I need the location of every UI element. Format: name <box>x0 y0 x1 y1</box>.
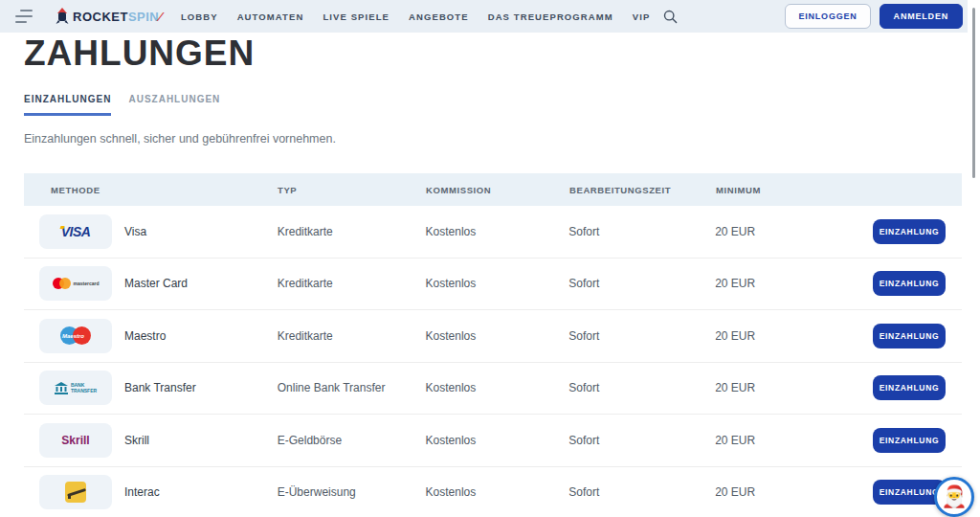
support-chat-button[interactable]: 🎅 <box>934 477 974 517</box>
nav-item-angebote[interactable]: ANGEBOTE <box>409 11 469 22</box>
payment-name: Skrill <box>124 434 149 447</box>
payment-row: Skrill Skrill E-Geldbörse Kostenlos Sofo… <box>24 415 962 467</box>
tab-einzahlungen[interactable]: EINZAHLUNGEN <box>24 94 111 116</box>
payment-minimum: 20 EUR <box>715 329 873 343</box>
auth-buttons: EINLOGGEN ANMELDEN <box>785 4 970 29</box>
payment-processing-time: Sofort <box>568 381 715 394</box>
deposit-button[interactable]: EINZAHLUNG <box>873 324 946 348</box>
brand-logo[interactable]: ROCKETSPIN∕ <box>56 8 162 25</box>
payment-logo-chip: Skrill <box>39 423 112 458</box>
interac-logo <box>65 482 86 503</box>
payment-processing-time: Sofort <box>568 434 715 447</box>
rocket-icon <box>56 8 69 25</box>
payment-minimum: 20 EUR <box>715 277 873 290</box>
nav-item-automaten[interactable]: AUTOMATEN <box>237 11 304 22</box>
login-button[interactable]: EINLOGGEN <box>785 4 870 29</box>
payment-commission: Kostenlos <box>426 434 569 447</box>
payment-logo-chip: BANKTRANSFER <box>39 371 112 405</box>
column-minimum: MINIMUM <box>716 185 874 195</box>
payment-type: E-Geldbörse <box>278 434 426 447</box>
payment-row: Maestro Maestro Kreditkarte Kostenlos So… <box>24 310 962 363</box>
payment-commission: Kostenlos <box>426 277 569 290</box>
payment-logo-chip <box>39 475 112 509</box>
column-methode: METHODE <box>24 185 278 195</box>
payment-processing-time: Sofort <box>568 277 715 290</box>
top-navigation-bar: ROCKETSPIN∕ LOBBY AUTOMATEN LIVE SPIELE … <box>0 0 980 33</box>
payment-commission: Kostenlos <box>426 225 569 238</box>
page-title: ZAHLUNGEN <box>24 35 962 71</box>
scrollbar-track[interactable] <box>968 0 980 517</box>
page-description: Einzahlungen schnell, sicher und gebühre… <box>24 132 962 146</box>
bank-transfer-logo: BANKTRANSFER <box>55 382 97 394</box>
payment-logo-chip: mastercard <box>39 266 112 301</box>
column-bearbeitungszeit: BEARBEITUNGSZEIT <box>569 185 716 195</box>
payment-row: VISA Visa Kreditkarte Kostenlos Sofort 2… <box>24 206 962 258</box>
payment-processing-time: Sofort <box>568 485 715 499</box>
payment-name: Master Card <box>124 277 188 290</box>
payment-row: Interac E-Überweisung Kostenlos Sofort 2… <box>24 467 962 517</box>
payment-type: Kreditkarte <box>278 225 426 238</box>
column-kommission: KOMMISSION <box>426 185 569 195</box>
payment-processing-time: Sofort <box>568 329 715 343</box>
payments-tabs: EINZAHLUNGEN AUSZAHLUNGEN <box>24 94 962 116</box>
payment-type: E-Überweisung <box>278 485 426 499</box>
payment-minimum: 20 EUR <box>715 225 873 238</box>
payment-name: Bank Transfer <box>124 381 196 394</box>
scrollbar-thumb[interactable] <box>972 8 975 178</box>
payment-minimum: 20 EUR <box>715 485 873 499</box>
nav-item-treueprogramm[interactable]: DAS TREUEPROGRAMM <box>488 11 613 22</box>
deposit-button[interactable]: EINZAHLUNG <box>873 271 946 296</box>
register-button[interactable]: ANMELDEN <box>880 4 963 29</box>
payment-row: mastercard Master Card Kreditkarte Koste… <box>24 258 962 311</box>
payment-minimum: 20 EUR <box>715 434 873 447</box>
skrill-logo: Skrill <box>61 434 89 447</box>
payment-logo-chip: VISA <box>39 214 112 249</box>
payments-table: METHODE TYP KOMMISSION BEARBEITUNGSZEIT … <box>24 173 962 517</box>
deposit-button[interactable]: EINZAHLUNG <box>873 428 946 453</box>
hamburger-menu-icon[interactable] <box>15 10 34 23</box>
column-typ: TYP <box>278 185 426 195</box>
deposit-button[interactable]: EINZAHLUNG <box>873 375 946 400</box>
santa-support-chat-icon: 🎅 <box>941 486 967 507</box>
nav-item-vip[interactable]: VIP <box>633 11 651 22</box>
payment-name: Interac <box>124 485 160 499</box>
mastercard-logo: mastercard <box>53 278 100 289</box>
brand-wordmark: ROCKETSPIN∕ <box>73 10 162 24</box>
main-navigation: LOBBY AUTOMATEN LIVE SPIELE ANGEBOTE DAS… <box>181 11 651 22</box>
tab-auszahlungen[interactable]: AUSZAHLUNGEN <box>128 94 220 116</box>
deposit-button[interactable]: EINZAHLUNG <box>873 219 946 244</box>
payment-processing-time: Sofort <box>568 225 715 238</box>
visa-logo: VISA <box>61 224 91 239</box>
payment-commission: Kostenlos <box>426 381 569 394</box>
search-icon[interactable] <box>663 10 678 24</box>
nav-item-lobby[interactable]: LOBBY <box>181 11 218 22</box>
payment-logo-chip: Maestro <box>39 319 112 353</box>
payment-type: Kreditkarte <box>278 329 426 343</box>
payment-row: BANKTRANSFER Bank Transfer Online Bank T… <box>24 363 962 416</box>
payment-type: Online Bank Transfer <box>278 381 426 394</box>
nav-item-live-spiele[interactable]: LIVE SPIELE <box>323 11 390 22</box>
payments-table-body: VISA Visa Kreditkarte Kostenlos Sofort 2… <box>24 206 962 517</box>
payments-page: ZAHLUNGEN EINZAHLUNGEN AUSZAHLUNGEN Einz… <box>0 35 980 517</box>
payment-name: Maestro <box>124 329 166 343</box>
maestro-logo: Maestro <box>60 326 91 345</box>
table-header: METHODE TYP KOMMISSION BEARBEITUNGSZEIT … <box>24 173 962 206</box>
payment-commission: Kostenlos <box>426 329 569 343</box>
payment-type: Kreditkarte <box>278 277 426 290</box>
payment-name: Visa <box>124 225 146 238</box>
payment-minimum: 20 EUR <box>715 381 873 394</box>
payment-commission: Kostenlos <box>426 485 569 499</box>
